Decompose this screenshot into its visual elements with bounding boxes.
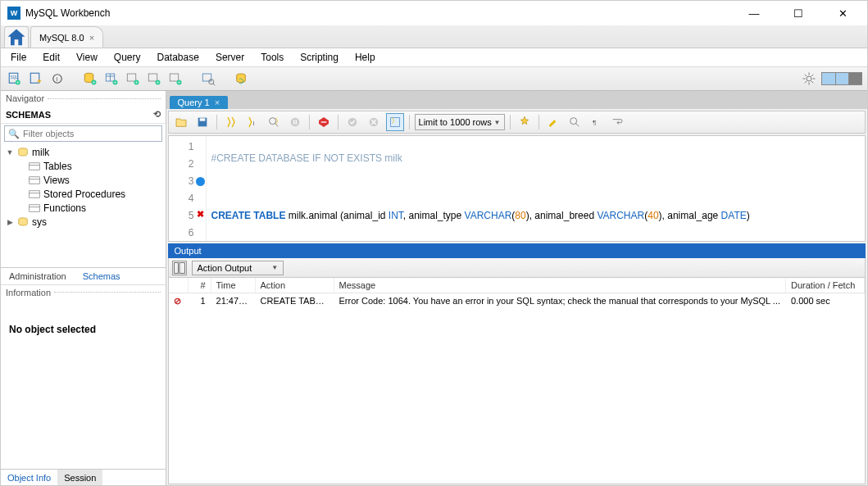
func-add-icon[interactable]: + bbox=[166, 70, 184, 88]
stop-icon[interactable] bbox=[286, 113, 304, 131]
execute-current-icon[interactable]: I bbox=[243, 113, 261, 131]
rollback-icon[interactable] bbox=[365, 113, 383, 131]
search-icon: 🔍 bbox=[8, 129, 20, 139]
limit-rows-label: Limit to 1000 rows bbox=[419, 117, 492, 127]
tree-label: Stored Procedures bbox=[43, 188, 125, 200]
svg-text:+: + bbox=[178, 79, 180, 84]
schemas-bar: SCHEMAS ⟲ bbox=[1, 106, 166, 124]
tree-item-views[interactable]: Views bbox=[4, 173, 162, 187]
open-sql-icon[interactable] bbox=[27, 70, 45, 88]
inspector-icon[interactable]: i bbox=[48, 70, 66, 88]
proc-add-icon[interactable]: + bbox=[145, 70, 163, 88]
col-duration: Duration / Fetch bbox=[786, 278, 865, 293]
menu-tools[interactable]: Tools bbox=[254, 50, 290, 65]
collapse-icon[interactable]: ▼ bbox=[6, 148, 14, 157]
query-tab[interactable]: Query 1 × bbox=[170, 96, 229, 109]
panel-layout-switch[interactable] bbox=[821, 72, 862, 85]
menu-file[interactable]: File bbox=[4, 50, 33, 65]
tree-item-sys[interactable]: ▶ sys bbox=[4, 215, 162, 229]
menu-view[interactable]: View bbox=[70, 50, 104, 65]
svg-text:SQL: SQL bbox=[11, 75, 19, 79]
wrap-icon[interactable] bbox=[608, 113, 626, 131]
svg-line-34 bbox=[811, 81, 813, 83]
explain-icon[interactable] bbox=[265, 113, 283, 131]
home-tab[interactable] bbox=[4, 26, 29, 48]
menu-bar: File Edit View Query Database Server Too… bbox=[1, 48, 867, 66]
menu-help[interactable]: Help bbox=[348, 50, 382, 65]
tab-schemas[interactable]: Schemas bbox=[75, 268, 129, 284]
svg-rect-54 bbox=[295, 120, 296, 124]
menu-scripting[interactable]: Scripting bbox=[293, 50, 345, 65]
search-table-icon[interactable] bbox=[199, 70, 217, 88]
svg-text:+: + bbox=[16, 79, 19, 84]
close-query-tab-icon[interactable]: × bbox=[215, 98, 220, 107]
output-grid[interactable]: # Time Action Message Duration / Fetch ⊘… bbox=[168, 278, 866, 484]
close-button[interactable]: ✕ bbox=[828, 3, 857, 23]
tab-object-info[interactable]: Object Info bbox=[1, 470, 57, 486]
maximize-button[interactable]: ☐ bbox=[784, 3, 813, 23]
svg-text:+: + bbox=[157, 79, 159, 84]
tree-label: sys bbox=[32, 216, 47, 228]
navigator-panel: Navigator SCHEMAS ⟲ 🔍 ▼ milk Tables View… bbox=[1, 91, 166, 486]
svg-rect-44 bbox=[30, 204, 40, 211]
brush-icon[interactable] bbox=[544, 113, 562, 131]
expand-icon[interactable]: ▶ bbox=[6, 218, 14, 226]
filter-objects-input[interactable]: 🔍 bbox=[4, 125, 162, 142]
view-add-icon[interactable]: + bbox=[124, 70, 142, 88]
chevron-down-icon: ▼ bbox=[271, 264, 278, 271]
new-sql-tab-icon[interactable]: SQL+ bbox=[6, 70, 24, 88]
whitespace-icon[interactable]: ¶ bbox=[587, 113, 605, 131]
menu-database[interactable]: Database bbox=[151, 50, 206, 65]
minimize-button[interactable]: — bbox=[739, 3, 769, 23]
refresh-icon[interactable]: ⟲ bbox=[153, 109, 161, 120]
home-icon bbox=[5, 26, 28, 49]
svg-line-26 bbox=[213, 84, 215, 85]
menu-edit[interactable]: Edit bbox=[36, 50, 66, 65]
statement-marker-icon bbox=[196, 177, 205, 186]
svg-point-57 bbox=[348, 118, 357, 127]
beautify-icon[interactable] bbox=[516, 113, 534, 131]
svg-rect-63 bbox=[174, 262, 178, 273]
execute-icon[interactable] bbox=[222, 113, 240, 131]
close-tab-icon[interactable]: × bbox=[89, 33, 94, 43]
svg-line-61 bbox=[575, 123, 579, 126]
filter-objects-field[interactable] bbox=[23, 129, 158, 139]
svg-rect-15 bbox=[127, 74, 136, 81]
output-layout-icon[interactable] bbox=[172, 261, 187, 275]
schemas-label: SCHEMAS bbox=[6, 110, 51, 120]
find-icon[interactable] bbox=[566, 113, 584, 131]
autocommit-icon[interactable] bbox=[386, 113, 404, 131]
tree-item-stored-procedures[interactable]: Stored Procedures bbox=[4, 187, 162, 201]
output-type-combo[interactable]: Action Output ▼ bbox=[192, 261, 284, 275]
table-add-icon[interactable]: + bbox=[102, 70, 120, 88]
reconnect-icon[interactable] bbox=[232, 70, 250, 88]
limit-rows-combo[interactable]: Limit to 1000 rows ▼ bbox=[415, 114, 505, 130]
schema-tree[interactable]: ▼ milk Tables Views Stored Procedures Fu… bbox=[1, 143, 166, 267]
tree-item-tables[interactable]: Tables bbox=[4, 159, 162, 173]
tree-item-milk[interactable]: ▼ milk bbox=[4, 145, 162, 159]
open-file-icon[interactable] bbox=[172, 113, 190, 131]
menu-query[interactable]: Query bbox=[107, 50, 148, 65]
code-area[interactable]: #CREATE DATABASE IF NOT EXISTS milk CREA… bbox=[207, 136, 755, 241]
connection-tab[interactable]: MySQL 8.0 × bbox=[30, 26, 103, 48]
window-title: MySQL Workbench bbox=[25, 7, 739, 19]
commit-icon[interactable] bbox=[343, 113, 361, 131]
error-marker-icon: ✖ bbox=[196, 210, 206, 220]
output-row[interactable]: ⊘ 1 21:47:43 CREATE TABLE ... Error Code… bbox=[169, 293, 865, 309]
svg-point-52 bbox=[290, 118, 299, 127]
menu-server[interactable]: Server bbox=[209, 50, 251, 65]
stop-on-error-icon[interactable] bbox=[315, 113, 333, 131]
tree-label: Functions bbox=[43, 202, 86, 214]
tab-session[interactable]: Session bbox=[57, 470, 102, 486]
db-add-icon[interactable]: + bbox=[81, 70, 99, 88]
sql-editor[interactable]: 123456 ✖ #CREATE DATABASE IF NOT EXISTS … bbox=[168, 135, 866, 242]
save-icon[interactable] bbox=[193, 113, 211, 131]
output-header: Output bbox=[168, 243, 866, 258]
tree-item-functions[interactable]: Functions bbox=[4, 201, 162, 215]
gear-icon[interactable] bbox=[800, 70, 818, 88]
svg-text:i: i bbox=[57, 75, 58, 83]
tab-administration[interactable]: Administration bbox=[1, 268, 75, 284]
svg-text:¶: ¶ bbox=[593, 119, 596, 126]
col-action: Action bbox=[256, 278, 334, 293]
svg-rect-64 bbox=[180, 262, 184, 273]
